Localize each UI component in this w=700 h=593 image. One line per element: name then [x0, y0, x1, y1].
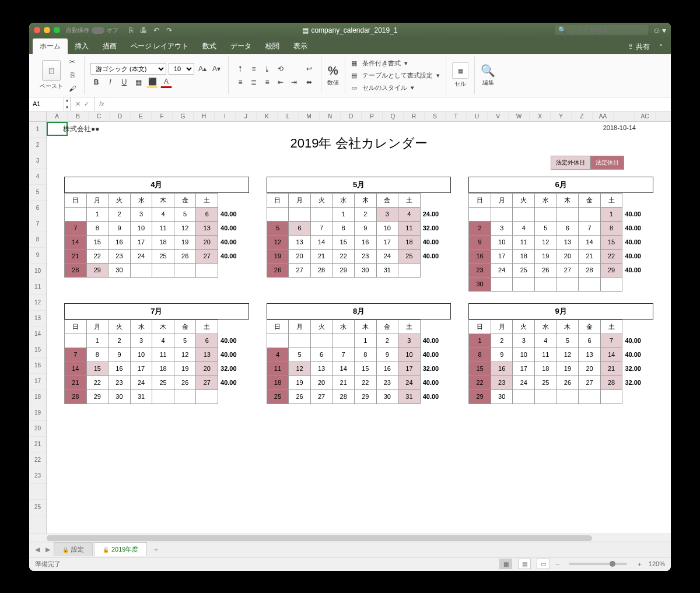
calendar-day[interactable]: 16: [108, 235, 131, 249]
calendar-day[interactable]: 5: [556, 334, 579, 348]
calendar-day[interactable]: [535, 277, 557, 291]
font-color-button[interactable]: A: [160, 76, 172, 88]
calendar-day[interactable]: 28: [65, 263, 87, 277]
zoom-in-button[interactable]: ＋: [636, 560, 643, 569]
calendar-day[interactable]: 7: [332, 348, 355, 362]
calendar-day[interactable]: 31: [398, 390, 421, 403]
row-header[interactable]: 3: [29, 153, 46, 169]
ribbon-tab-6[interactable]: 校閲: [258, 38, 286, 54]
col-header[interactable]: U: [467, 111, 488, 121]
calendar-day[interactable]: 16: [491, 362, 513, 376]
calendar-day[interactable]: 12: [535, 235, 557, 249]
calendar-day[interactable]: 14: [65, 362, 87, 376]
calendar-day[interactable]: 7: [600, 334, 622, 348]
calendar-day[interactable]: 2: [376, 334, 398, 348]
row-header[interactable]: 1: [29, 122, 46, 138]
calendar-day[interactable]: 9: [108, 221, 131, 235]
calendar-day[interactable]: 22: [86, 376, 108, 390]
row-header[interactable]: 6: [29, 201, 46, 216]
calendar-day[interactable]: 10: [130, 348, 152, 362]
col-header[interactable]: K: [257, 111, 278, 121]
format-as-table-button[interactable]: ▤ テーブルとして書式設定 ▾: [351, 71, 440, 80]
calendar-day[interactable]: 29: [332, 263, 355, 277]
col-header[interactable]: [614, 111, 635, 121]
calendar-day[interactable]: 9: [469, 235, 491, 249]
calendar-day[interactable]: 1: [86, 334, 108, 348]
calendar-day[interactable]: 7: [65, 221, 87, 235]
calendar-day[interactable]: 13: [289, 235, 311, 249]
calendar-day[interactable]: 21: [310, 249, 332, 263]
paste-button[interactable]: 📋 ペースト: [40, 60, 63, 90]
calendar-day[interactable]: [267, 334, 289, 348]
calendar-day[interactable]: 30: [108, 263, 131, 277]
calendar-day[interactable]: 24: [491, 263, 513, 277]
calendar-day[interactable]: 5: [535, 221, 557, 235]
calendar-day[interactable]: [152, 390, 174, 403]
calendar-day[interactable]: 2: [354, 207, 376, 221]
sheet-search[interactable]: 🔍: [555, 25, 648, 35]
calendar-day[interactable]: 11: [152, 348, 174, 362]
fx-label[interactable]: fx: [94, 100, 109, 107]
row-header[interactable]: 17: [29, 374, 46, 390]
calendar-day[interactable]: 8: [354, 348, 376, 362]
chevron-down-icon[interactable]: ▾: [662, 26, 666, 35]
calendar-day[interactable]: 4: [267, 348, 289, 362]
col-header[interactable]: A: [47, 111, 68, 121]
calendar-day[interactable]: 3: [491, 221, 513, 235]
calendar-day[interactable]: 11: [152, 221, 174, 235]
calendar-day[interactable]: 23: [491, 376, 513, 390]
format-painter-icon[interactable]: 🖌: [66, 83, 78, 94]
calendar-day[interactable]: [398, 263, 421, 277]
col-header[interactable]: AA: [593, 111, 614, 121]
calendar-day[interactable]: [130, 263, 152, 277]
row-header[interactable]: 23: [29, 468, 46, 484]
calendar-day[interactable]: 30: [354, 263, 376, 277]
maximize-button[interactable]: [54, 27, 60, 33]
scrollbar-thumb[interactable]: [47, 535, 592, 541]
calendar-day[interactable]: 9: [491, 348, 513, 362]
calendar-day[interactable]: 2: [108, 334, 131, 348]
calendar-day[interactable]: 27: [310, 390, 332, 403]
calendar-day[interactable]: 29: [600, 263, 622, 277]
calendar-day[interactable]: [491, 277, 513, 291]
calendar-day[interactable]: 27: [289, 263, 311, 277]
calendar-day[interactable]: 10: [491, 235, 513, 249]
col-header[interactable]: Q: [383, 111, 404, 121]
calendar-day[interactable]: 9: [376, 348, 398, 362]
calendar-day[interactable]: [174, 263, 196, 277]
calendar-day[interactable]: 28: [310, 263, 332, 277]
calendar-day[interactable]: 22: [354, 376, 376, 390]
calendar-day[interactable]: [513, 390, 535, 403]
calendar-day[interactable]: 23: [469, 263, 491, 277]
calendar-day[interactable]: 3: [130, 207, 152, 221]
calendar-day[interactable]: 29: [86, 390, 108, 403]
calendar-day[interactable]: 21: [65, 376, 87, 390]
italic-button[interactable]: I: [104, 76, 116, 88]
calendar-day[interactable]: 29: [354, 390, 376, 403]
calendar-day[interactable]: 12: [174, 348, 196, 362]
fill-color-button[interactable]: ⬛: [146, 76, 158, 88]
calendar-day[interactable]: 27: [196, 249, 218, 263]
calendar-day[interactable]: 18: [513, 249, 535, 263]
calendar-day[interactable]: 7: [310, 221, 332, 235]
calendar-day[interactable]: 19: [535, 249, 557, 263]
row-header[interactable]: 18: [29, 390, 46, 405]
col-header[interactable]: G: [173, 111, 194, 121]
minimize-button[interactable]: [44, 27, 50, 33]
calendar-day[interactable]: 3: [376, 207, 398, 221]
row-header[interactable]: 7: [29, 216, 46, 232]
ribbon-tab-4[interactable]: 数式: [195, 38, 223, 54]
cell-styles-button[interactable]: ▭ セルのスタイル ▾: [351, 83, 440, 92]
calendar-day[interactable]: 7: [65, 348, 87, 362]
redo-icon[interactable]: ↷: [165, 26, 173, 34]
calendar-day[interactable]: 20: [310, 376, 332, 390]
calendar-day[interactable]: [513, 207, 535, 221]
orientation-icon[interactable]: ⟲: [275, 63, 286, 75]
calendar-day[interactable]: 26: [174, 249, 196, 263]
col-header[interactable]: T: [446, 111, 467, 121]
col-header[interactable]: Z: [572, 111, 593, 121]
calendar-day[interactable]: [600, 277, 622, 291]
calendar-day[interactable]: [267, 207, 289, 221]
calendar-day[interactable]: 25: [152, 249, 174, 263]
col-header[interactable]: M: [299, 111, 320, 121]
